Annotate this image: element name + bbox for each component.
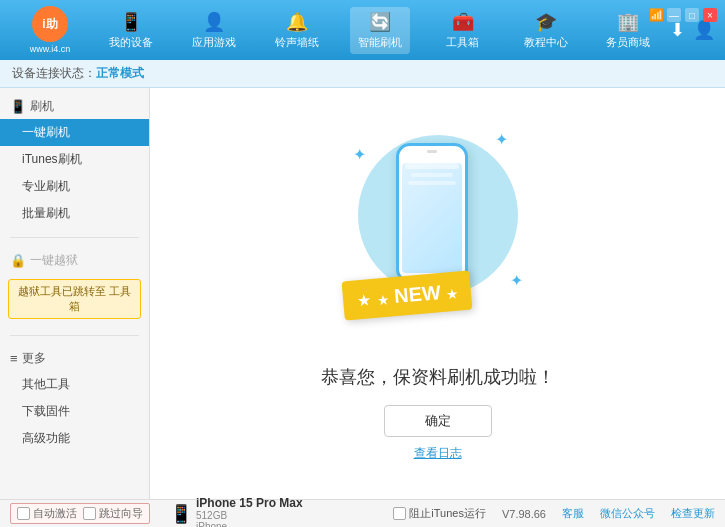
sidebar-section-more: ≡ 更多 其他工具 下载固件 高级功能 <box>0 340 149 458</box>
nav-label-smart-flash: 智能刷机 <box>358 35 402 50</box>
maximize-button[interactable]: □ <box>685 8 699 22</box>
itunes-checkbox[interactable] <box>393 507 406 520</box>
nav-label-ringtones: 铃声墙纸 <box>275 35 319 50</box>
sidebar-section-jailbreak: 🔒 一键越狱 越狱工具已跳转至 工具箱 <box>0 242 149 331</box>
check-update-link[interactable]: 检查更新 <box>671 506 715 521</box>
close-button[interactable]: × <box>703 8 717 22</box>
auto-activate-box[interactable] <box>17 507 30 520</box>
bottombar-left-section: 自动激活 跳过向导 <box>10 503 150 524</box>
logo-area: i助 www.i4.cn <box>10 6 90 54</box>
sidebar-header-jailbreak: 🔒 一键越狱 <box>0 248 149 273</box>
logo-text: www.i4.cn <box>30 44 71 54</box>
smart-flash-icon: 🔄 <box>369 11 391 33</box>
content-area: ✦ ✦ ✦ ★ <box>150 88 725 499</box>
sidebar-item-itunes-flash[interactable]: iTunes刷机 <box>0 146 149 173</box>
sidebar-header-flash: 📱 刷机 <box>0 94 149 119</box>
auto-activate-checkbox[interactable]: 自动激活 <box>17 506 77 521</box>
more-section-icon: ≡ <box>10 351 18 366</box>
phone-shape <box>396 143 468 283</box>
nav-label-tutorial: 教程中心 <box>524 35 568 50</box>
my-device-icon: 📱 <box>120 11 142 33</box>
nav-item-ringtones[interactable]: 🔔 铃声墙纸 <box>267 7 327 54</box>
toolbox-icon: 🧰 <box>452 11 474 33</box>
itunes-label: 阻止iTunes运行 <box>409 506 486 521</box>
jailbreak-section-icon: 🔒 <box>10 253 26 268</box>
sidebar-header-jailbreak-label: 一键越狱 <box>30 252 78 269</box>
nav-item-my-device[interactable]: 📱 我的设备 <box>101 7 161 54</box>
success-text: 恭喜您，保资料刷机成功啦！ <box>321 365 555 389</box>
sparkle-icon-3: ✦ <box>510 271 523 290</box>
sidebar-divider-2 <box>10 335 139 336</box>
flash-section-icon: 📱 <box>10 99 26 114</box>
sidebar-header-more-label: 更多 <box>22 350 46 367</box>
version-text: V7.98.66 <box>502 508 546 520</box>
main-layout: 📱 刷机 一键刷机 iTunes刷机 专业刷机 批量刷机 🔒 一键越狱 越狱工具… <box>0 88 725 499</box>
sidebar: 📱 刷机 一键刷机 iTunes刷机 专业刷机 批量刷机 🔒 一键越狱 越狱工具… <box>0 88 150 499</box>
confirm-button[interactable]: 确定 <box>384 405 492 437</box>
ringtones-icon: 🔔 <box>286 11 308 33</box>
skip-wizard-checkbox[interactable]: 跳过向导 <box>83 506 143 521</box>
minimize-button[interactable]: — <box>667 8 681 22</box>
sidebar-item-batch-flash[interactable]: 批量刷机 <box>0 200 149 227</box>
log-link[interactable]: 查看日志 <box>414 445 462 462</box>
tutorial-icon: 🎓 <box>535 11 557 33</box>
nav-item-tutorial[interactable]: 🎓 教程中心 <box>516 7 576 54</box>
device-details: iPhone 15 Pro Max 512GB iPhone <box>196 496 303 528</box>
sidebar-item-pro-flash[interactable]: 专业刷机 <box>0 173 149 200</box>
nav-items: 📱 我的设备 👤 应用游戏 🔔 铃声墙纸 🔄 智能刷机 🧰 工具箱 🎓 <box>90 7 670 54</box>
sidebar-item-advanced[interactable]: 高级功能 <box>0 425 149 452</box>
sidebar-item-other-tools[interactable]: 其他工具 <box>0 371 149 398</box>
window-controls: 📶 — □ × <box>649 8 717 22</box>
sparkle-icon-1: ✦ <box>353 145 366 164</box>
new-badge-text: NEW <box>393 281 441 307</box>
nav-label-services: 务员商域 <box>606 35 650 50</box>
device-name: iPhone 15 Pro Max <box>196 496 303 510</box>
customer-service-link[interactable]: 客服 <box>562 506 584 521</box>
subheader-mode: 正常模式 <box>96 65 144 82</box>
apps-games-icon: 👤 <box>203 11 225 33</box>
sidebar-header-flash-label: 刷机 <box>30 98 54 115</box>
nav-label-my-device: 我的设备 <box>109 35 153 50</box>
sidebar-jailbreak-notice: 越狱工具已跳转至 工具箱 <box>8 279 141 319</box>
new-badge: ★ NEW ★ <box>341 270 472 320</box>
itunes-check: 阻止iTunes运行 <box>393 506 486 521</box>
user-icon[interactable]: 👤 <box>693 19 715 41</box>
nav-label-apps-games: 应用游戏 <box>192 35 236 50</box>
wechat-public-link[interactable]: 微信公众号 <box>600 506 655 521</box>
nav-item-apps-games[interactable]: 👤 应用游戏 <box>184 7 244 54</box>
download-icon[interactable]: ⬇ <box>670 19 685 41</box>
subheader: 设备连接状态： 正常模式 <box>0 60 725 88</box>
header: i助 www.i4.cn 📱 我的设备 👤 应用游戏 🔔 铃声墙纸 🔄 智能刷机 <box>0 0 725 60</box>
auto-activate-label: 自动激活 <box>33 506 77 521</box>
wifi-icon: 📶 <box>649 8 663 22</box>
sparkle-icon-2: ✦ <box>495 130 508 149</box>
new-badge-star-right: ★ <box>445 287 457 302</box>
sidebar-section-flash: 📱 刷机 一键刷机 iTunes刷机 专业刷机 批量刷机 <box>0 88 149 233</box>
device-block: 📱 iPhone 15 Pro Max 512GB iPhone <box>170 496 303 528</box>
phone-illustration: ✦ ✦ ✦ ★ <box>338 125 538 345</box>
nav-item-toolbox[interactable]: 🧰 工具箱 <box>433 7 493 54</box>
phone-screen <box>402 163 462 273</box>
bottombar: 自动激活 跳过向导 📱 iPhone 15 Pro Max 512GB iPho… <box>0 499 725 527</box>
phone-body <box>396 143 468 283</box>
skip-wizard-box[interactable] <box>83 507 96 520</box>
device-type: iPhone <box>196 521 303 528</box>
device-phone-icon: 📱 <box>170 503 192 525</box>
skip-wizard-label: 跳过向导 <box>99 506 143 521</box>
sidebar-item-one-key-flash[interactable]: 一键刷机 <box>0 119 149 146</box>
sidebar-header-more: ≡ 更多 <box>0 346 149 371</box>
nav-label-toolbox: 工具箱 <box>446 35 479 50</box>
sidebar-item-download-firmware[interactable]: 下载固件 <box>0 398 149 425</box>
subheader-prefix: 设备连接状态： <box>12 65 96 82</box>
header-right: ⬇ 👤 <box>670 19 715 41</box>
services-icon: 🏢 <box>617 11 639 33</box>
logo-icon: i助 <box>32 6 68 42</box>
device-storage: 512GB <box>196 510 303 521</box>
new-badge-star-left: ★ <box>377 293 389 308</box>
sidebar-divider-1 <box>10 237 139 238</box>
bottombar-right: 阻止iTunes运行 V7.98.66 客服 微信公众号 检查更新 <box>385 506 715 521</box>
nav-item-smart-flash[interactable]: 🔄 智能刷机 <box>350 7 410 54</box>
